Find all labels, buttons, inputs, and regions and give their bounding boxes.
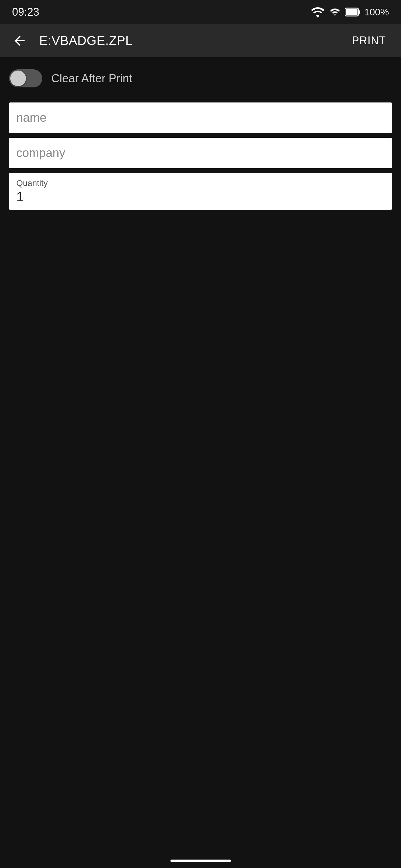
- back-button[interactable]: [9, 30, 30, 51]
- app-bar: E:VBADGE.ZPL PRINT: [0, 24, 401, 57]
- status-icons: 100%: [311, 6, 389, 18]
- svg-rect-2: [359, 10, 360, 13]
- battery-icon: [345, 6, 361, 18]
- battery-percent: 100%: [364, 7, 389, 18]
- clear-after-print-toggle[interactable]: [9, 69, 42, 87]
- app-bar-title: E:VBADGE.ZPL: [39, 33, 133, 48]
- status-time: 09:23: [12, 6, 39, 19]
- company-input[interactable]: [9, 138, 392, 168]
- clear-after-print-label: Clear After Print: [51, 72, 132, 85]
- signal-icon: [328, 6, 341, 18]
- wifi-icon: [311, 6, 325, 18]
- content: Clear After Print Quantity: [0, 57, 401, 224]
- svg-rect-1: [346, 9, 357, 15]
- home-indicator: [170, 860, 231, 862]
- quantity-wrapper: Quantity: [9, 173, 392, 210]
- back-arrow-icon: [12, 33, 27, 48]
- status-bar: 09:23 100%: [0, 0, 401, 24]
- app-bar-left: E:VBADGE.ZPL: [9, 30, 133, 51]
- name-input[interactable]: [9, 102, 392, 133]
- toggle-row: Clear After Print: [9, 66, 392, 90]
- print-button[interactable]: PRINT: [346, 31, 392, 50]
- quantity-input[interactable]: [16, 189, 385, 204]
- quantity-label: Quantity: [16, 179, 385, 188]
- toggle-thumb: [10, 70, 26, 86]
